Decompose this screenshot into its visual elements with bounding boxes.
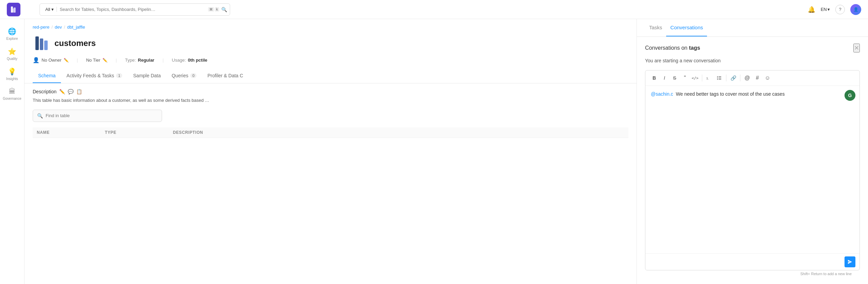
breadcrumb-part-3[interactable]: dbt_jaffle <box>67 25 85 30</box>
panel-tab-conversations[interactable]: Conversations <box>666 19 707 36</box>
table-search-container[interactable]: 🔍 <box>33 110 162 122</box>
svg-point-7 <box>717 77 718 78</box>
help-button[interactable]: ? <box>835 5 845 14</box>
description-section: Description ✏️ 💬 📋 This table has basic … <box>33 89 628 104</box>
toolbar-separator-1 <box>702 75 702 81</box>
toolbar-strikethrough[interactable]: S <box>670 73 679 83</box>
conversations-subtitle: You are starting a new conversation <box>645 58 860 63</box>
breadcrumb-part-1[interactable]: red-pere <box>33 25 49 30</box>
panel-tab-tasks[interactable]: Tasks <box>645 19 666 36</box>
description-comment-icon[interactable]: 💬 <box>68 89 74 94</box>
queries-badge: 0 <box>190 73 196 78</box>
toolbar-italic[interactable]: I <box>660 73 669 83</box>
svg-rect-9 <box>719 77 721 77</box>
tab-sample[interactable]: Sample Data <box>128 69 166 83</box>
toolbar-unordered-list[interactable] <box>714 73 724 83</box>
page-header: customers <box>25 32 637 57</box>
conversations-title: Conversations on tags <box>645 45 700 51</box>
explore-icon: 🌐 <box>8 27 16 35</box>
col-description: DESCRIPTION <box>169 127 628 138</box>
sidebar-item-governance[interactable]: 🏛 Governance <box>0 85 24 103</box>
tab-queries[interactable]: Queries 0 <box>166 69 202 83</box>
sidebar-item-quality[interactable]: ⭐ Quality <box>0 45 24 63</box>
global-search-bar[interactable]: All ▾ ⌘ k 🔍 <box>39 3 230 16</box>
sidebar: 🌐 Explore ⭐ Quality 💡 Insights 🏛 Governa… <box>0 19 25 284</box>
col-type: TYPE <box>101 127 169 138</box>
breadcrumb-part-2[interactable]: dev <box>55 25 62 30</box>
type-meta: Type: Regular <box>125 58 154 63</box>
panel-tabs: Tasks Conversations <box>637 19 868 37</box>
description-list-icon[interactable]: 📋 <box>76 89 82 94</box>
toolbar-hashtag[interactable]: # <box>753 73 762 83</box>
page-title: customers <box>54 38 96 48</box>
tab-schema[interactable]: Schema <box>33 69 61 83</box>
search-shortcut: ⌘ k <box>208 7 219 12</box>
search-filter-dropdown[interactable]: All ▾ <box>43 7 57 12</box>
toolbar-mention[interactable]: @ <box>742 73 752 83</box>
content-area: Description ✏️ 💬 📋 This table has basic … <box>25 83 637 143</box>
sidebar-item-insights[interactable]: 💡 Insights <box>0 65 24 83</box>
sidebar-item-explore[interactable]: 🌐 Explore <box>0 25 24 43</box>
description-text: This table has basic information about a… <box>33 97 628 104</box>
description-edit-icon[interactable]: ✏️ <box>59 89 65 94</box>
svg-text:1.: 1. <box>706 77 709 80</box>
usage-label: Usage: <box>172 58 186 63</box>
svg-rect-5 <box>44 41 48 50</box>
insights-icon: 💡 <box>8 67 16 76</box>
table-icon <box>33 35 49 51</box>
svg-rect-2 <box>12 9 14 13</box>
owner-edit-icon[interactable]: ✏️ <box>64 58 69 63</box>
toolbar-link[interactable]: 🔗 <box>728 73 738 83</box>
svg-rect-10 <box>719 79 721 79</box>
content-tabs: Schema Activity Feeds & Tasks 1 Sample D… <box>25 69 637 83</box>
col-name: NAME <box>33 127 101 138</box>
right-panel: Tasks Conversations Conversations on tag… <box>637 19 868 284</box>
main-content: red-pere / dev / dbt_jaffle customers 👤 … <box>25 19 637 284</box>
app-layout: 🌐 Explore ⭐ Quality 💡 Insights 🏛 Governa… <box>0 19 868 284</box>
toolbar-emoji[interactable]: ☺ <box>763 73 772 83</box>
usage-value: 0th pctile <box>188 58 207 63</box>
user-avatar[interactable]: 👤 <box>850 4 861 15</box>
notifications-icon[interactable]: 🔔 <box>808 6 815 13</box>
table-header-row: NAME TYPE DESCRIPTION <box>33 127 628 138</box>
editor-body[interactable]: @sachin.c We need better tags to cover m… <box>645 86 859 253</box>
app-logo[interactable] <box>7 3 20 16</box>
tab-activity[interactable]: Activity Feeds & Tasks 1 <box>61 69 128 83</box>
toolbar-separator-2 <box>726 75 726 81</box>
editor-toolbar: B I S " </> 1. 🔗 @ # <box>645 70 859 86</box>
usage-meta: Usage: 0th pctile <box>172 58 207 63</box>
toolbar-blockquote[interactable]: " <box>680 73 690 83</box>
breadcrumb: red-pere / dev / dbt_jaffle <box>25 19 637 32</box>
type-label: Type: <box>125 58 136 63</box>
send-button[interactable] <box>845 256 855 267</box>
user-avatar-editor: G <box>845 90 855 101</box>
svg-rect-4 <box>40 38 43 50</box>
conversations-header: Conversations on tags ✕ <box>645 44 860 52</box>
meta-row: 👤 No Owner ✏️ | No Tier ✏️ | Type: Regul… <box>25 57 637 69</box>
tier-value: No Tier <box>86 58 100 63</box>
language-selector[interactable]: EN ▾ <box>821 7 830 12</box>
svg-point-8 <box>717 79 718 80</box>
type-value: Regular <box>138 58 154 63</box>
tier-edit-icon[interactable]: ✏️ <box>102 58 108 63</box>
editor-mention: @sachin.c <box>651 91 673 97</box>
editor-text: We need better tags to cover most of the… <box>676 91 785 97</box>
table-search-input[interactable] <box>46 113 158 118</box>
table-search-icon: 🔍 <box>37 113 43 119</box>
governance-icon: 🏛 <box>9 88 16 95</box>
close-button[interactable]: ✕ <box>853 44 860 52</box>
toolbar-separator-3 <box>740 75 740 81</box>
search-icon[interactable]: 🔍 <box>221 7 227 12</box>
nav-right-section: 🔔 EN ▾ ? 👤 <box>808 4 861 15</box>
toolbar-ordered-list[interactable]: 1. <box>704 73 714 83</box>
description-header: Description ✏️ 💬 📋 <box>33 89 628 94</box>
top-navigation: All ▾ ⌘ k 🔍 🔔 EN ▾ ? 👤 <box>0 0 868 19</box>
activity-badge: 1 <box>116 73 122 78</box>
search-input[interactable] <box>57 7 208 12</box>
tab-profiler[interactable]: Profiler & Data C <box>202 69 248 83</box>
schema-table: NAME TYPE DESCRIPTION <box>33 127 628 138</box>
toolbar-code[interactable]: </> <box>690 73 700 83</box>
toolbar-bold[interactable]: B <box>649 73 659 83</box>
editor-footer <box>645 253 859 270</box>
owner-meta: 👤 No Owner ✏️ <box>33 57 69 63</box>
